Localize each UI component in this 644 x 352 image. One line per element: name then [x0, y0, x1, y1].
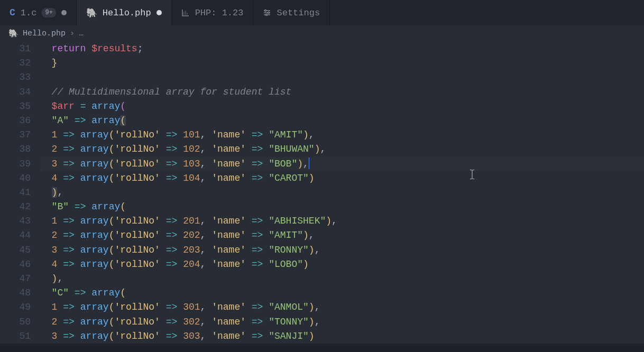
- code-line[interactable]: 3 => array('rollNo' => 103, 'name' => "B…: [40, 157, 644, 171]
- token-strq: 'rollNo': [114, 317, 160, 327]
- token-op: =>: [63, 302, 75, 312]
- svg-point-3: [265, 10, 266, 12]
- token-p: [160, 159, 166, 169]
- code-line[interactable]: "A" => array(: [40, 114, 644, 128]
- token-p: [246, 129, 252, 140]
- code-line[interactable]: 3 => array('rollNo' => 203, 'name' => "R…: [40, 243, 644, 257]
- token-p: [57, 216, 63, 226]
- token-brace: ): [309, 331, 315, 341]
- token-strq: 'rollNo': [114, 129, 160, 140]
- token-p: [263, 129, 269, 140]
- token-p: [160, 129, 166, 140]
- token-p: [160, 216, 166, 226]
- code-line[interactable]: 2 => array('rollNo' => 102, 'name' => "B…: [40, 142, 644, 156]
- graph-icon: [181, 8, 190, 17]
- code-line[interactable]: 3 => array('rollNo' => 303, 'name' => "S…: [40, 329, 644, 344]
- token-op: =>: [63, 129, 75, 140]
- token-num: 303: [183, 331, 200, 341]
- token-p: [177, 230, 183, 240]
- token-p: [206, 129, 211, 140]
- token-str: "B": [52, 201, 69, 212]
- breadcrumb-file: Hello.php: [23, 29, 66, 38]
- code-content[interactable]: return $results; } // Multidimensional a…: [40, 42, 644, 344]
- token-punc: ,: [200, 317, 206, 327]
- tab-1c[interactable]: C 1.c 9+: [0, 0, 77, 25]
- token-p: [75, 101, 80, 112]
- token-p: [57, 173, 63, 183]
- token-p: [40, 43, 52, 54]
- token-brace: }: [52, 58, 58, 68]
- token-op: =>: [75, 115, 86, 126]
- token-op: =>: [63, 144, 75, 154]
- token-p: [177, 129, 183, 140]
- token-p: [75, 245, 80, 255]
- token-func: array: [80, 302, 109, 312]
- token-punc: ,: [315, 245, 320, 255]
- token-punc: ,: [200, 144, 206, 154]
- token-punc: ,: [320, 144, 326, 154]
- code-line[interactable]: 2 => array('rollNo' => 202, 'name' => "A…: [40, 228, 644, 243]
- token-p: [160, 230, 166, 240]
- code-line[interactable]: [40, 70, 644, 85]
- token-func: array: [91, 101, 120, 112]
- code-line[interactable]: }: [40, 56, 644, 70]
- line-number: 33: [0, 70, 31, 85]
- token-op: =>: [63, 173, 75, 183]
- token-func: array: [80, 144, 109, 154]
- tab-hello-php[interactable]: 🐘 Hello.php: [77, 0, 172, 25]
- code-line[interactable]: 1 => array('rollNo' => 301, 'name' => "A…: [40, 300, 644, 314]
- token-func: array: [91, 115, 120, 126]
- token-brace: (: [109, 259, 115, 270]
- token-op: =>: [166, 129, 178, 140]
- token-p: [246, 245, 252, 255]
- token-brace: (: [109, 216, 115, 226]
- token-func: array: [80, 331, 109, 341]
- token-p: [263, 144, 269, 154]
- token-op: =>: [166, 216, 178, 226]
- token-p: [86, 115, 91, 126]
- token-punc: ,: [200, 129, 206, 140]
- token-p: [75, 230, 80, 240]
- code-line[interactable]: 4 => array('rollNo' => 104, 'name' => "C…: [40, 171, 644, 186]
- tab-label: Settings: [277, 8, 320, 18]
- breadcrumb[interactable]: 🐘 Hello.php › …: [0, 25, 644, 42]
- token-punc: ,: [315, 317, 320, 327]
- token-punc: ,: [57, 187, 63, 198]
- modified-dot-icon: [61, 10, 67, 15]
- token-p: [69, 115, 75, 126]
- token-op: =>: [63, 317, 75, 327]
- line-number: 36: [0, 114, 31, 128]
- token-brace: (: [109, 302, 115, 312]
- code-line[interactable]: 1 => array('rollNo' => 101, 'name' => "A…: [40, 128, 644, 142]
- code-line[interactable]: "B" => array(: [40, 200, 644, 214]
- code-line[interactable]: 4 => array('rollNo' => 204, 'name' => "L…: [40, 257, 644, 272]
- code-line[interactable]: ),: [40, 186, 644, 200]
- token-str: "A": [52, 115, 69, 126]
- token-p: [40, 259, 52, 270]
- line-number: 40: [0, 171, 31, 186]
- token-p: [177, 259, 183, 270]
- code-line[interactable]: // Multidimensional array for student li…: [40, 85, 644, 99]
- tab-settings[interactable]: Settings: [253, 0, 330, 25]
- token-p: [40, 129, 52, 140]
- token-p: [206, 245, 211, 255]
- tab-php-monitor[interactable]: PHP: 1.23: [172, 0, 254, 25]
- token-brace: ): [303, 259, 309, 270]
- token-strq: 'rollNo': [114, 173, 160, 183]
- line-number: 37: [0, 128, 31, 142]
- token-strq: 'rollNo': [114, 245, 160, 255]
- code-editor[interactable]: 3132333435363738394041424344454647484950…: [0, 42, 644, 344]
- token-comment: // Multidimensional array for student li…: [52, 87, 292, 97]
- token-p: [206, 302, 211, 312]
- token-str: "TONNY": [269, 317, 309, 327]
- code-line[interactable]: ),: [40, 272, 644, 286]
- code-line[interactable]: "C" => array(: [40, 286, 644, 300]
- code-line[interactable]: return $results;: [40, 42, 644, 56]
- token-op: =>: [252, 317, 263, 327]
- code-line[interactable]: 1 => array('rollNo' => 201, 'name' => "A…: [40, 214, 644, 228]
- code-line[interactable]: $arr = array(: [40, 99, 644, 114]
- code-line[interactable]: 2 => array('rollNo' => 302, 'name' => "T…: [40, 315, 644, 329]
- token-p: [206, 173, 211, 183]
- line-number: 35: [0, 99, 31, 114]
- token-p: [206, 230, 211, 240]
